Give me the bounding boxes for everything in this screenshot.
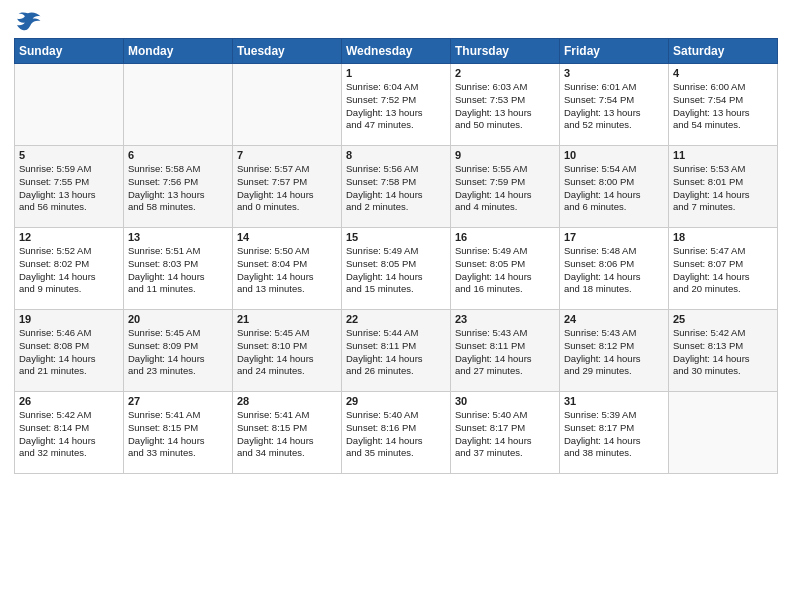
day-info: Sunrise: 5:53 AM Sunset: 8:01 PM Dayligh… — [673, 163, 773, 214]
calendar-week-row: 26Sunrise: 5:42 AM Sunset: 8:14 PM Dayli… — [15, 392, 778, 474]
day-number: 11 — [673, 149, 773, 161]
day-number: 5 — [19, 149, 119, 161]
day-info: Sunrise: 5:45 AM Sunset: 8:09 PM Dayligh… — [128, 327, 228, 378]
calendar-cell: 8Sunrise: 5:56 AM Sunset: 7:58 PM Daylig… — [342, 146, 451, 228]
weekday-header-row: SundayMondayTuesdayWednesdayThursdayFrid… — [15, 39, 778, 64]
day-number: 15 — [346, 231, 446, 243]
day-number: 3 — [564, 67, 664, 79]
calendar-cell — [233, 64, 342, 146]
day-number: 31 — [564, 395, 664, 407]
calendar-cell: 25Sunrise: 5:42 AM Sunset: 8:13 PM Dayli… — [669, 310, 778, 392]
calendar-cell: 20Sunrise: 5:45 AM Sunset: 8:09 PM Dayli… — [124, 310, 233, 392]
calendar-cell: 29Sunrise: 5:40 AM Sunset: 8:16 PM Dayli… — [342, 392, 451, 474]
day-info: Sunrise: 5:41 AM Sunset: 8:15 PM Dayligh… — [128, 409, 228, 460]
day-info: Sunrise: 5:46 AM Sunset: 8:08 PM Dayligh… — [19, 327, 119, 378]
day-info: Sunrise: 5:47 AM Sunset: 8:07 PM Dayligh… — [673, 245, 773, 296]
calendar-cell: 10Sunrise: 5:54 AM Sunset: 8:00 PM Dayli… — [560, 146, 669, 228]
logo — [14, 10, 46, 32]
day-number: 2 — [455, 67, 555, 79]
weekday-header: Monday — [124, 39, 233, 64]
calendar-cell: 5Sunrise: 5:59 AM Sunset: 7:55 PM Daylig… — [15, 146, 124, 228]
weekday-header: Tuesday — [233, 39, 342, 64]
calendar-cell: 11Sunrise: 5:53 AM Sunset: 8:01 PM Dayli… — [669, 146, 778, 228]
calendar-cell: 2Sunrise: 6:03 AM Sunset: 7:53 PM Daylig… — [451, 64, 560, 146]
day-number: 26 — [19, 395, 119, 407]
calendar-cell: 3Sunrise: 6:01 AM Sunset: 7:54 PM Daylig… — [560, 64, 669, 146]
day-info: Sunrise: 5:57 AM Sunset: 7:57 PM Dayligh… — [237, 163, 337, 214]
calendar-cell: 28Sunrise: 5:41 AM Sunset: 8:15 PM Dayli… — [233, 392, 342, 474]
calendar-cell: 23Sunrise: 5:43 AM Sunset: 8:11 PM Dayli… — [451, 310, 560, 392]
day-number: 29 — [346, 395, 446, 407]
day-info: Sunrise: 5:52 AM Sunset: 8:02 PM Dayligh… — [19, 245, 119, 296]
day-info: Sunrise: 5:44 AM Sunset: 8:11 PM Dayligh… — [346, 327, 446, 378]
day-info: Sunrise: 5:55 AM Sunset: 7:59 PM Dayligh… — [455, 163, 555, 214]
calendar-week-row: 12Sunrise: 5:52 AM Sunset: 8:02 PM Dayli… — [15, 228, 778, 310]
day-info: Sunrise: 5:43 AM Sunset: 8:12 PM Dayligh… — [564, 327, 664, 378]
day-number: 19 — [19, 313, 119, 325]
calendar-cell: 18Sunrise: 5:47 AM Sunset: 8:07 PM Dayli… — [669, 228, 778, 310]
calendar-cell: 6Sunrise: 5:58 AM Sunset: 7:56 PM Daylig… — [124, 146, 233, 228]
day-info: Sunrise: 5:49 AM Sunset: 8:05 PM Dayligh… — [455, 245, 555, 296]
weekday-header: Friday — [560, 39, 669, 64]
day-info: Sunrise: 5:39 AM Sunset: 8:17 PM Dayligh… — [564, 409, 664, 460]
day-info: Sunrise: 5:50 AM Sunset: 8:04 PM Dayligh… — [237, 245, 337, 296]
day-info: Sunrise: 5:48 AM Sunset: 8:06 PM Dayligh… — [564, 245, 664, 296]
calendar-cell: 1Sunrise: 6:04 AM Sunset: 7:52 PM Daylig… — [342, 64, 451, 146]
calendar-cell — [124, 64, 233, 146]
header — [14, 10, 778, 32]
day-number: 4 — [673, 67, 773, 79]
weekday-header: Sunday — [15, 39, 124, 64]
day-info: Sunrise: 5:59 AM Sunset: 7:55 PM Dayligh… — [19, 163, 119, 214]
day-number: 23 — [455, 313, 555, 325]
calendar-cell: 26Sunrise: 5:42 AM Sunset: 8:14 PM Dayli… — [15, 392, 124, 474]
calendar-cell: 24Sunrise: 5:43 AM Sunset: 8:12 PM Dayli… — [560, 310, 669, 392]
day-info: Sunrise: 6:03 AM Sunset: 7:53 PM Dayligh… — [455, 81, 555, 132]
weekday-header: Thursday — [451, 39, 560, 64]
day-info: Sunrise: 6:01 AM Sunset: 7:54 PM Dayligh… — [564, 81, 664, 132]
calendar-cell: 7Sunrise: 5:57 AM Sunset: 7:57 PM Daylig… — [233, 146, 342, 228]
day-number: 20 — [128, 313, 228, 325]
day-number: 13 — [128, 231, 228, 243]
calendar-cell: 15Sunrise: 5:49 AM Sunset: 8:05 PM Dayli… — [342, 228, 451, 310]
calendar-week-row: 5Sunrise: 5:59 AM Sunset: 7:55 PM Daylig… — [15, 146, 778, 228]
calendar-cell — [669, 392, 778, 474]
day-info: Sunrise: 5:40 AM Sunset: 8:16 PM Dayligh… — [346, 409, 446, 460]
day-info: Sunrise: 6:00 AM Sunset: 7:54 PM Dayligh… — [673, 81, 773, 132]
calendar-cell: 31Sunrise: 5:39 AM Sunset: 8:17 PM Dayli… — [560, 392, 669, 474]
calendar-cell: 17Sunrise: 5:48 AM Sunset: 8:06 PM Dayli… — [560, 228, 669, 310]
day-number: 16 — [455, 231, 555, 243]
calendar-table: SundayMondayTuesdayWednesdayThursdayFrid… — [14, 38, 778, 474]
calendar-cell: 4Sunrise: 6:00 AM Sunset: 7:54 PM Daylig… — [669, 64, 778, 146]
day-number: 6 — [128, 149, 228, 161]
day-number: 28 — [237, 395, 337, 407]
calendar-container: SundayMondayTuesdayWednesdayThursdayFrid… — [0, 0, 792, 612]
calendar-cell: 19Sunrise: 5:46 AM Sunset: 8:08 PM Dayli… — [15, 310, 124, 392]
calendar-cell: 14Sunrise: 5:50 AM Sunset: 8:04 PM Dayli… — [233, 228, 342, 310]
day-number: 24 — [564, 313, 664, 325]
day-info: Sunrise: 5:58 AM Sunset: 7:56 PM Dayligh… — [128, 163, 228, 214]
day-info: Sunrise: 5:42 AM Sunset: 8:13 PM Dayligh… — [673, 327, 773, 378]
logo-bird-icon — [14, 10, 42, 32]
calendar-week-row: 1Sunrise: 6:04 AM Sunset: 7:52 PM Daylig… — [15, 64, 778, 146]
day-number: 14 — [237, 231, 337, 243]
day-info: Sunrise: 5:49 AM Sunset: 8:05 PM Dayligh… — [346, 245, 446, 296]
day-info: Sunrise: 5:54 AM Sunset: 8:00 PM Dayligh… — [564, 163, 664, 214]
day-number: 27 — [128, 395, 228, 407]
day-info: Sunrise: 5:45 AM Sunset: 8:10 PM Dayligh… — [237, 327, 337, 378]
day-number: 7 — [237, 149, 337, 161]
day-info: Sunrise: 5:40 AM Sunset: 8:17 PM Dayligh… — [455, 409, 555, 460]
day-number: 18 — [673, 231, 773, 243]
day-number: 30 — [455, 395, 555, 407]
day-number: 12 — [19, 231, 119, 243]
day-info: Sunrise: 5:42 AM Sunset: 8:14 PM Dayligh… — [19, 409, 119, 460]
day-number: 1 — [346, 67, 446, 79]
calendar-cell: 9Sunrise: 5:55 AM Sunset: 7:59 PM Daylig… — [451, 146, 560, 228]
day-number: 22 — [346, 313, 446, 325]
day-number: 25 — [673, 313, 773, 325]
day-info: Sunrise: 6:04 AM Sunset: 7:52 PM Dayligh… — [346, 81, 446, 132]
day-number: 21 — [237, 313, 337, 325]
calendar-cell: 22Sunrise: 5:44 AM Sunset: 8:11 PM Dayli… — [342, 310, 451, 392]
calendar-cell: 16Sunrise: 5:49 AM Sunset: 8:05 PM Dayli… — [451, 228, 560, 310]
weekday-header: Wednesday — [342, 39, 451, 64]
calendar-cell: 13Sunrise: 5:51 AM Sunset: 8:03 PM Dayli… — [124, 228, 233, 310]
